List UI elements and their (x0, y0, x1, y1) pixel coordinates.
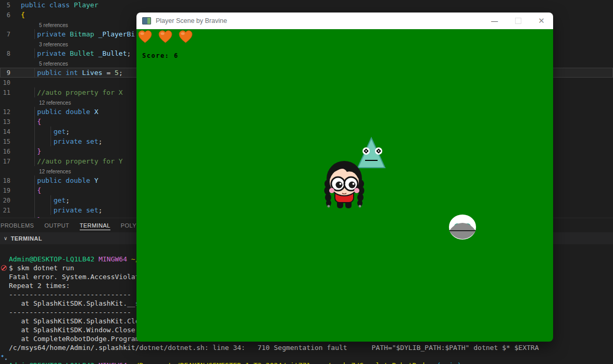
line-number: 11 (0, 89, 10, 96)
maximize-button[interactable] (506, 12, 530, 29)
terminal-line: ✦✦ (0, 352, 613, 361)
code-line[interactable]: 5public class Player (0, 0, 613, 10)
terminal-line: /c/msys64/home/Admin/.splashkit/dotnet/d… (0, 343, 613, 352)
line-number: 5 (0, 2, 10, 9)
heart-icon (158, 30, 173, 44)
line-number: 19 (0, 187, 10, 194)
references-label[interactable]: 3 references (39, 42, 68, 48)
terminal-section-label: TERMINAL (11, 235, 42, 242)
line-number: 13 (0, 118, 10, 125)
panel-tab-problems[interactable]: PROBLEMS (0, 218, 39, 232)
line-number: 7 (0, 31, 10, 38)
line-number: 10 (0, 79, 10, 86)
line-number: 15 (0, 138, 10, 145)
game-window-title: Player Scene by Bravine (156, 17, 227, 24)
heart-icon (137, 30, 153, 44)
line-number: 16 (0, 148, 10, 155)
line-number: 8 (0, 50, 10, 57)
line-number: 20 (0, 197, 10, 204)
chevron-down-icon: ∨ (4, 235, 8, 241)
screen: 5public class Player6{5 references7 priv… (0, 0, 613, 364)
minimize-button[interactable]: — (483, 12, 506, 29)
line-number: 14 (0, 128, 10, 135)
close-button[interactable]: ✕ (530, 12, 553, 29)
heart-icon (178, 30, 193, 44)
splashkit-window-icon (142, 17, 151, 24)
game-window: Player Scene by Bravine — ✕ Score: 6 (136, 12, 553, 342)
sparkle-icon: ✦✦ (1, 353, 4, 359)
command-failed-icon (1, 265, 7, 271)
references-label[interactable]: 12 references (39, 169, 71, 175)
references-label[interactable]: 12 references (39, 100, 71, 107)
line-number: 18 (0, 177, 10, 184)
line-number: 12 (0, 108, 10, 116)
window-controls: — ✕ (483, 12, 553, 29)
game-canvas[interactable]: Score: 6 (136, 29, 553, 342)
maximize-icon (515, 18, 521, 24)
line-number: 6 (0, 11, 10, 19)
panel-tab-terminal[interactable]: TERMINAL (74, 218, 116, 232)
references-label[interactable]: 5 references (39, 61, 68, 68)
references-label[interactable]: 5 references (39, 22, 68, 29)
line-number: 17 (0, 158, 10, 165)
line-number: 9 (0, 69, 10, 77)
line-number: 21 (0, 207, 10, 214)
robot-enemy-sprite (448, 214, 477, 240)
panel-tab-output[interactable]: OUTPUT (39, 218, 74, 232)
terminal-line: Admin@DESKTOP-LQ1LB42 MINGW64 ~/Document… (0, 361, 613, 364)
game-window-titlebar[interactable]: Player Scene by Bravine — ✕ (136, 12, 553, 29)
score-text: Score: 6 (142, 52, 179, 59)
hearts (137, 30, 193, 44)
player-character-sprite (323, 158, 366, 210)
